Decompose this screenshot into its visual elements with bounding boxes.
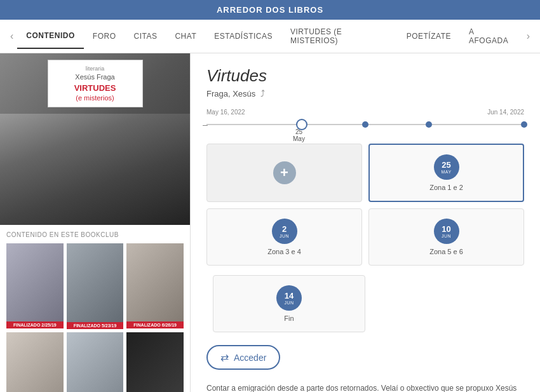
bookclub-title: CONTENIDO EN ESTE BOOKCLUB [6, 231, 184, 238]
cover-author: Xesús Fraga [53, 73, 137, 81]
session-badge-may25: 25 MAY [434, 154, 459, 180]
photo-silhouette [0, 114, 190, 225]
session-card-jun10[interactable]: 10 JUN Zona 5 e 6 [368, 208, 524, 266]
book-cover-card: literaria Xesús Fraga VIRTUDES (e mister… [48, 60, 143, 107]
timeline-start: May 16, 2022 [206, 109, 245, 116]
book-badge: FINALIZADO 5/23/19 [67, 322, 124, 329]
timeline-dot-3[interactable] [521, 121, 527, 128]
list-item[interactable]: FINALIZADO 6/26/19 [126, 243, 184, 328]
session-month: JUN [442, 234, 451, 238]
share-icon[interactable]: ⤴ [260, 88, 265, 98]
list-item[interactable]: FINALIZADO 3/23/20 [126, 332, 184, 393]
sessions-grid: + 25 MAY Zona 1 e 2 2 JUN Zona 3 e [206, 144, 524, 266]
timeline-active-label: 25 May [293, 128, 305, 142]
nav-item-afogada[interactable]: A AFOGADA [460, 20, 523, 53]
session-badge-jun10: 10 JUN [434, 219, 459, 244]
fin-card[interactable]: 14 JUN Fin [213, 275, 365, 332]
timeline-end: Jun 14, 2022 [487, 109, 524, 116]
list-item[interactable]: FINALIZADO 11/18/19 [6, 332, 64, 393]
fin-day: 14 [285, 291, 294, 301]
session-month: MAY [441, 170, 451, 174]
navigation: ‹ CONTENIDO FORO CITAS CHAT ESTADÍSTICAS… [0, 20, 540, 53]
book-author-row: Fraga, Xesús ⤴ [206, 88, 524, 98]
book-cover: literaria Xesús Fraga VIRTUDES (e mister… [0, 53, 190, 225]
timeline-start-icon: – [203, 119, 208, 130]
top-bar: ARREDOR DOS LIBROS [0, 0, 540, 20]
bookclub-grid: FINALIZADO 2/25/19 FINALIZADO 5/23/19 FI… [6, 243, 184, 392]
session-zone: Zona 1 e 2 [429, 184, 463, 191]
timeline: May 16, 2022 Jun 14, 2022 – 25 May [206, 109, 524, 131]
timeline-bar: – 25 May [206, 118, 524, 131]
acceder-button[interactable]: ⇄ Acceder [206, 345, 280, 370]
cover-label: literaria [53, 65, 137, 72]
list-item[interactable]: FINALIZADO 5/23/19 [67, 243, 124, 329]
nav-right-arrow[interactable]: › [523, 24, 534, 48]
app-title: ARREDOR DOS LIBROS [217, 5, 323, 15]
nav-item-virtudes[interactable]: VIRTUDES (E MISTERIOS) [281, 20, 398, 53]
nav-item-contenido[interactable]: CONTENIDO [17, 24, 84, 49]
sessions-area: ⤢ + 25 MAY Zona 1 e 2 2 [206, 144, 524, 332]
book-author: Fraga, Xesús [206, 89, 255, 98]
list-item[interactable]: FINALIZADO 2/25/19 [6, 243, 64, 328]
left-panel: literaria Xesús Fraga VIRTUDES (e mister… [0, 53, 191, 392]
nav-item-citas[interactable]: CITAS [125, 24, 166, 48]
timeline-dot-1[interactable] [362, 121, 368, 128]
add-session-card[interactable]: + [206, 144, 362, 202]
nav-item-estadisticas[interactable]: ESTADÍSTICAS [205, 24, 281, 48]
timeline-dot-active[interactable] [297, 120, 306, 129]
session-month: JUN [280, 234, 289, 238]
fin-row: 14 JUN Fin [213, 275, 524, 332]
book-title: Virtudes [206, 66, 524, 86]
book-description: Contar a emigración desde a parte dos re… [206, 382, 524, 392]
acceder-label: Acceder [234, 353, 266, 363]
cover-title: VIRTUDES [53, 83, 137, 93]
session-day: 10 [442, 224, 450, 234]
fin-label: Fin [284, 314, 294, 322]
bookclub-section: CONTENIDO EN ESTE BOOKCLUB FINALIZADO 2/… [0, 225, 190, 392]
nav-item-chat[interactable]: CHAT [166, 24, 205, 48]
timeline-dot-2[interactable] [426, 121, 432, 128]
nav-item-poetizate[interactable]: POETÍZATE [398, 24, 460, 48]
session-badge-jun2: 2 JUN [272, 219, 297, 244]
main-content: literaria Xesús Fraga VIRTUDES (e mister… [0, 53, 540, 392]
book-badge: FINALIZADO 2/25/19 [6, 321, 64, 328]
nav-left-arrow[interactable]: ‹ [6, 24, 17, 48]
session-day: 25 [442, 160, 450, 170]
session-day: 2 [282, 224, 287, 234]
fin-month: JUN [284, 301, 294, 305]
add-icon: + [273, 161, 296, 184]
session-zone: Zona 5 e 6 [429, 248, 463, 255]
book-badge: FINALIZADO 6/26/19 [126, 321, 184, 328]
fin-badge: 14 JUN [276, 285, 302, 311]
book-photo [0, 114, 190, 225]
session-card-jun2[interactable]: 2 JUN Zona 3 e 4 [206, 208, 362, 266]
right-panel: Virtudes Fraga, Xesús ⤴ May 16, 2022 Jun… [191, 53, 540, 392]
session-card-may25[interactable]: 25 MAY Zona 1 e 2 [368, 144, 524, 202]
session-zone: Zona 3 e 4 [267, 248, 301, 255]
cover-subtitle: (e misterios) [53, 94, 137, 102]
timeline-dates: May 16, 2022 Jun 14, 2022 [206, 109, 524, 116]
nav-item-foro[interactable]: FORO [84, 24, 125, 48]
acceder-icon: ⇄ [220, 351, 229, 363]
list-item[interactable]: FINALIZADO 12/17/19 [67, 332, 124, 393]
